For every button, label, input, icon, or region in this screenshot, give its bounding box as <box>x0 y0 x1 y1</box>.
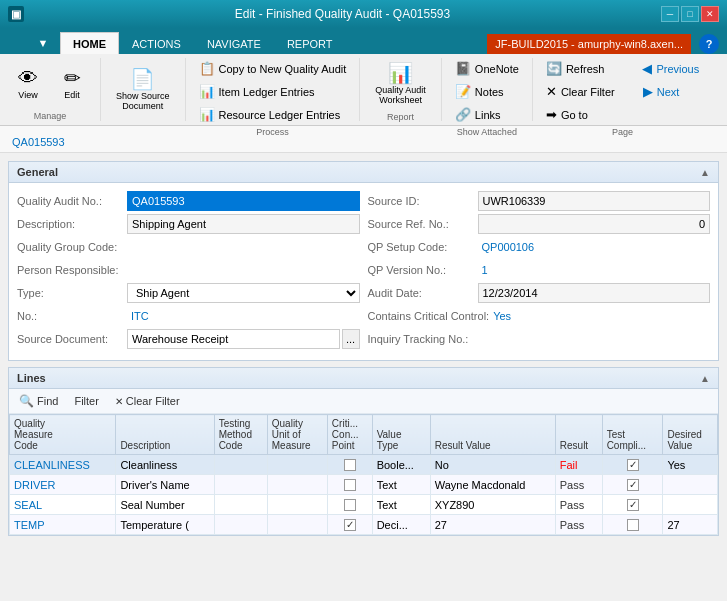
window-controls[interactable]: ─ □ ✕ <box>661 6 719 22</box>
cell-critical-control-point[interactable] <box>327 495 372 515</box>
minimize-button[interactable]: ─ <box>661 6 679 22</box>
notes-icon: 📝 <box>455 84 471 99</box>
tab-home[interactable]: HOME <box>60 32 119 54</box>
manage-buttons: 👁 View ✏ Edit <box>8 58 92 109</box>
table-row[interactable]: CLEANLINESS Cleanliness Boole... No Fail… <box>10 455 718 475</box>
ribbon-tabs-left: ▼ HOME ACTIONS NAVIGATE REPORT <box>30 32 346 54</box>
col-result: Result <box>555 415 602 455</box>
tab-report[interactable]: REPORT <box>274 32 346 54</box>
cell-result: Pass <box>555 515 602 535</box>
onenote-button[interactable]: 📓 OneNote <box>450 58 524 79</box>
find-button[interactable]: 🔍 Find <box>15 393 62 409</box>
copy-to-new-quality-audit-button[interactable]: 📋 Copy to New Quality Audit <box>194 58 352 79</box>
cell-testing-method-code <box>214 515 267 535</box>
cell-test-compliance[interactable] <box>602 515 663 535</box>
person-responsible-row: Person Responsible: <box>17 260 360 280</box>
cell-critical-control-point[interactable] <box>327 475 372 495</box>
quality-group-code-value <box>127 240 135 254</box>
app-icon: ▣ <box>8 6 24 22</box>
cell-value-type: Text <box>372 475 430 495</box>
process-buttons: 📋 Copy to New Quality Audit 📊 Item Ledge… <box>194 58 352 125</box>
show-source-document-button[interactable]: 📄 Show SourceDocument <box>109 64 177 116</box>
item-ledger-entries-button[interactable]: 📊 Item Ledger Entries <box>194 81 352 102</box>
cell-description: Seal Number <box>116 495 214 515</box>
cell-critical-control-point[interactable] <box>327 515 372 535</box>
ribbon-content: 👁 View ✏ Edit Manage 📄 Show SourceDocume… <box>0 54 727 126</box>
type-row: Type: Ship Agent <box>17 283 360 303</box>
go-to-button[interactable]: ➡ Go to <box>541 104 704 125</box>
quality-audit-no-input[interactable] <box>127 191 360 211</box>
no-link[interactable]: ITC <box>127 309 153 323</box>
table-row[interactable]: TEMP Temperature ( Deci... 27 Pass 27 <box>10 515 718 535</box>
ribbon-group-report: 📊 Quality AuditWorksheet Report <box>368 58 442 121</box>
copy-icon: 📋 <box>199 61 215 76</box>
general-section-header: General ▲ <box>9 162 718 183</box>
cell-testing-method-code <box>214 475 267 495</box>
cell-quality-measure-code: SEAL <box>10 495 116 515</box>
audit-date-input[interactable] <box>478 283 711 303</box>
manage-label: Manage <box>8 109 92 121</box>
lines-clear-filter-button[interactable]: ✕ Clear Filter <box>111 394 184 408</box>
maximize-button[interactable]: □ <box>681 6 699 22</box>
close-button[interactable]: ✕ <box>701 6 719 22</box>
qp-setup-code-link[interactable]: QP000106 <box>478 240 539 254</box>
show-attached-label: Show Attached <box>450 125 524 137</box>
general-section: General ▲ Quality Audit No.: Description… <box>8 161 719 361</box>
edit-button[interactable]: ✏ Edit <box>52 63 92 105</box>
help-button[interactable]: ? <box>699 34 719 54</box>
clear-filter-button[interactable]: ✕ Clear Filter ▶ Next <box>541 81 704 102</box>
quality-audit-worksheet-button[interactable]: 📊 Quality AuditWorksheet <box>368 58 433 110</box>
source-document-browse-button[interactable]: ... <box>342 329 360 349</box>
main-content: General ▲ Quality Audit No.: Description… <box>0 153 727 596</box>
filter-button[interactable]: Filter <box>70 394 102 408</box>
general-collapse-button[interactable]: ▲ <box>700 167 710 178</box>
table-row[interactable]: DRIVER Driver's Name Text Wayne Macdonal… <box>10 475 718 495</box>
source-document-input[interactable] <box>127 329 340 349</box>
ribbon-group-process: 📋 Copy to New Quality Audit 📊 Item Ledge… <box>194 58 361 121</box>
cell-test-compliance[interactable] <box>602 495 663 515</box>
qp-version-no-link[interactable]: 1 <box>478 263 492 277</box>
source-ref-no-input[interactable] <box>478 214 711 234</box>
cell-description: Cleanliness <box>116 455 214 475</box>
cell-description: Temperature ( <box>116 515 214 535</box>
resource-icon: 📊 <box>199 107 215 122</box>
cell-test-compliance[interactable] <box>602 475 663 495</box>
source-document-row: Source Document: ... <box>17 329 360 349</box>
qp-setup-code-row: QP Setup Code: QP000106 <box>368 237 711 257</box>
refresh-button[interactable]: 🔄 Refresh ◀ Previous <box>541 58 704 79</box>
general-form-grid: Quality Audit No.: Description: Quality … <box>17 191 710 352</box>
contains-critical-control-value[interactable]: Yes <box>489 309 515 323</box>
notes-button[interactable]: 📝 Notes <box>450 81 524 102</box>
description-input[interactable] <box>127 214 360 234</box>
resource-ledger-entries-button[interactable]: 📊 Resource Ledger Entries <box>194 104 352 125</box>
col-value-type: ValueType <box>372 415 430 455</box>
source-id-input[interactable] <box>478 191 711 211</box>
cell-critical-control-point[interactable] <box>327 455 372 475</box>
view-button[interactable]: 👁 View <box>8 63 48 105</box>
cell-test-compliance[interactable] <box>602 455 663 475</box>
previous-icon: ◀ <box>642 61 652 76</box>
quality-audit-no-row: Quality Audit No.: <box>17 191 360 211</box>
qp-version-no-row: QP Version No.: 1 <box>368 260 711 280</box>
refresh-icon: 🔄 <box>546 61 562 76</box>
col-quality-unit-of-measure: QualityUnit ofMeasure <box>267 415 327 455</box>
cell-testing-method-code <box>214 495 267 515</box>
onenote-icon: 📓 <box>455 61 471 76</box>
show-source-buttons: 📄 Show SourceDocument <box>109 58 177 121</box>
lines-collapse-button[interactable]: ▲ <box>700 373 710 384</box>
page-buttons: 🔄 Refresh ◀ Previous ✕ Clear Filter ▶ Ne… <box>541 58 704 125</box>
nav-dropdown-button[interactable]: ▼ <box>30 32 56 54</box>
source-ref-no-row: Source Ref. No.: <box>368 214 711 234</box>
cell-testing-method-code <box>214 455 267 475</box>
general-form-left: Quality Audit No.: Description: Quality … <box>17 191 360 352</box>
table-row[interactable]: SEAL Seal Number Text XYZ890 Pass <box>10 495 718 515</box>
cell-description: Driver's Name <box>116 475 214 495</box>
links-button[interactable]: 🔗 Links <box>450 104 524 125</box>
env-badge: JF-BUILD2015 - amurphy-win8.axen... <box>487 34 691 54</box>
cell-desired-value: Yes <box>663 455 718 475</box>
process-label: Process <box>194 125 352 137</box>
tab-actions[interactable]: ACTIONS <box>119 32 194 54</box>
type-select[interactable]: Ship Agent <box>127 283 360 303</box>
table-header-row: QualityMeasureCode Description TestingMe… <box>10 415 718 455</box>
tab-navigate[interactable]: NAVIGATE <box>194 32 274 54</box>
